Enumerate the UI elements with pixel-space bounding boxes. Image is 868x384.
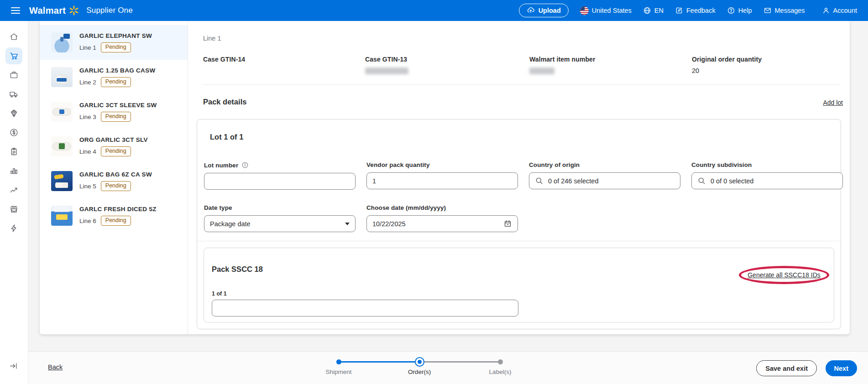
back-link[interactable]: Back [48,363,63,371]
original-order-qty-label: Original order quantity [692,56,762,63]
list-item-line-3[interactable]: GARLIC 3CT SLEEVE SW Line 3 Pending [40,94,188,129]
list-item-line-5[interactable]: GARLIC BAG 6Z CA SW Line 5 Pending [40,164,188,198]
sscc-input[interactable] [218,305,512,312]
sidebar-item-transportation[interactable] [5,86,22,103]
upload-button[interactable]: Upload [519,4,569,17]
choose-date-label: Choose date (mm/dd/yyyy) [366,204,446,211]
walmart-item-number-field: Walmart item number [529,56,596,74]
dollar-icon [9,128,19,137]
walmart-logo[interactable]: Walmart [29,5,79,16]
sidebar-item-reports[interactable] [5,143,22,160]
country-of-origin-picker[interactable]: 0 of 246 selected [529,172,680,189]
step-orders-label: Order(s) [408,368,431,375]
info-icon[interactable] [241,161,249,169]
package-icon [9,70,19,80]
lot-card-divider [197,241,841,241]
country-of-origin-label: Country of origin [529,161,580,168]
calendar-icon[interactable] [503,219,512,228]
sscc-index-label: 1 of 1 [212,291,227,297]
lot-number-input[interactable] [210,178,350,185]
us-flag-icon [580,6,589,15]
pack-sscc-heading: Pack SSCC 18 [212,265,263,274]
date-type-label: Date type [204,204,232,211]
bolt-icon [9,223,19,233]
product-thumbnail [51,171,73,191]
sidebar-item-orders[interactable] [5,47,22,64]
country-subdivision-field: Country subdivision 0 of 0 selected [691,161,843,189]
case-gtin14-field: Case GTIN-14 [203,56,245,63]
left-nav-rail [0,21,28,384]
walmart-item-number-redacted-value [529,67,554,74]
sidebar-item-automation[interactable] [5,220,22,237]
product-thumbnail [51,32,73,52]
walmart-supplier-one-screen: Walmart Supplier One Upload United State… [0,0,868,384]
case-gtin14-label: Case GTIN-14 [203,56,245,63]
messages-link[interactable]: Messages [763,6,805,15]
top-bar: Walmart Supplier One Upload United State… [0,0,868,21]
hamburger-menu-icon[interactable] [11,7,20,14]
top-bar-actions: Upload United States EN Feedback [519,4,857,17]
step-shipment-dot[interactable] [336,359,341,364]
sidebar-item-items[interactable] [5,67,22,83]
next-button[interactable]: Next [826,360,857,376]
help-link[interactable]: Help [727,6,752,15]
status-badge: Pending [101,181,131,191]
list-item-line-6[interactable]: GARLC FRESH DICED 5Z Line 6 Pending [40,198,188,233]
line-label: Line 2 [79,79,96,86]
sidebar-item-payments[interactable] [5,124,22,141]
case-gtin13-field: Case GTIN-13 [365,56,408,74]
original-order-qty-value: 20 [692,67,762,74]
language-selector[interactable]: EN [643,6,664,15]
date-type-select[interactable]: Package date [204,215,356,232]
product-name: GARLIC 1.25 BAG CASW [79,67,156,74]
line-label: Line 4 [79,148,96,155]
line-label: Line 3 [79,114,96,120]
bottom-action-bar: Back Shipment Order(s) Label(s) Save and… [28,351,868,384]
sidebar-item-quality[interactable] [5,105,22,122]
product-name: GARLIC BAG 6Z CA SW [79,171,152,178]
product-name: ORG GARLIC 3CT SLV [79,136,148,143]
lot-heading: Lot 1 of 1 [210,133,243,141]
messages-label: Messages [775,7,805,14]
country-selector[interactable]: United States [580,6,632,15]
save-and-exit-button[interactable]: Save and exit [756,360,817,376]
product-name: GARLC FRESH DICED 5Z [79,206,157,213]
upload-label: Upload [539,7,561,14]
add-lot-link[interactable]: Add lot [823,99,843,106]
app-title: Supplier One [86,6,133,15]
cart-icon [9,51,19,61]
vendor-pack-qty-label: Vendor pack quantity [366,161,430,168]
chevron-down-icon [345,223,350,225]
pack-sscc-box: Pack SSCC 18 Generate all SSCC18 IDs 1 o… [204,248,834,322]
upload-cloud-icon [527,6,535,15]
sidebar-item-analytics[interactable] [5,162,22,179]
country-subdivision-picker[interactable]: 0 of 0 selected [691,172,843,189]
lot-number-label: Lot number [204,162,238,169]
product-thumbnail [51,102,73,122]
walmart-wordmark: Walmart [29,5,66,16]
generate-all-sscc18-link[interactable]: Generate all SSCC18 IDs [748,271,821,279]
list-item-line-4[interactable]: ORG GARLIC 3CT SLV Line 4 Pending [40,129,188,164]
sidebar-item-home[interactable] [5,28,22,45]
step-orders-dot-current[interactable] [415,357,424,367]
step-labels-dot[interactable] [498,359,503,364]
country-subdivision-value: 0 of 0 selected [711,177,753,185]
case-gtin13-redacted-value [365,67,408,74]
sidebar-item-growth[interactable] [5,182,22,198]
pack-details-heading: Pack details [203,98,246,106]
language-label: EN [654,7,664,14]
sidebar-item-marketplace[interactable] [5,201,22,218]
product-name: GARLIC 3CT SLEEVE SW [79,102,157,109]
step-labels-label: Label(s) [489,368,512,375]
list-item-line-2[interactable]: GARLIC 1.25 BAG CASW Line 2 Pending [40,60,188,94]
list-item-line-1[interactable]: GARLIC ELEPHANT SW Line 1 Pending [40,25,188,60]
line-label: Line 5 [79,183,96,190]
product-name: GARLIC ELEPHANT SW [79,32,152,39]
vendor-pack-qty-input[interactable] [372,177,512,185]
account-menu[interactable]: Account [822,6,857,15]
feedback-link[interactable]: Feedback [675,6,716,15]
lot-card: Lot 1 of 1 Lot number Vendor pack quanti… [197,119,841,329]
choose-date-input[interactable] [372,220,499,228]
date-type-field: Date type Package date [204,204,356,232]
collapse-sidebar-button[interactable] [9,362,18,372]
